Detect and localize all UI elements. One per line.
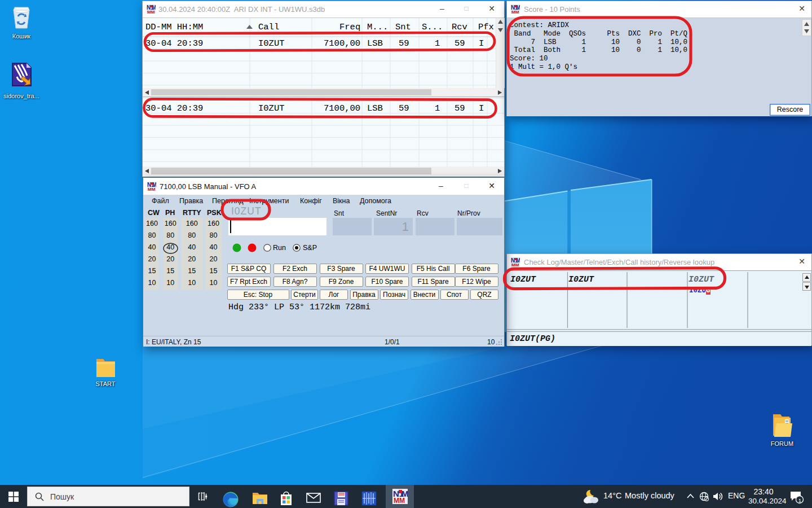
svg-text:MM: MM: [147, 10, 155, 14]
svg-text:MM: MM: [394, 497, 405, 504]
svg-text:1: 1: [798, 497, 801, 503]
svg-text:MM: MM: [511, 262, 519, 266]
svg-text:MM: MM: [148, 187, 156, 191]
svg-text:MM: MM: [511, 10, 519, 14]
